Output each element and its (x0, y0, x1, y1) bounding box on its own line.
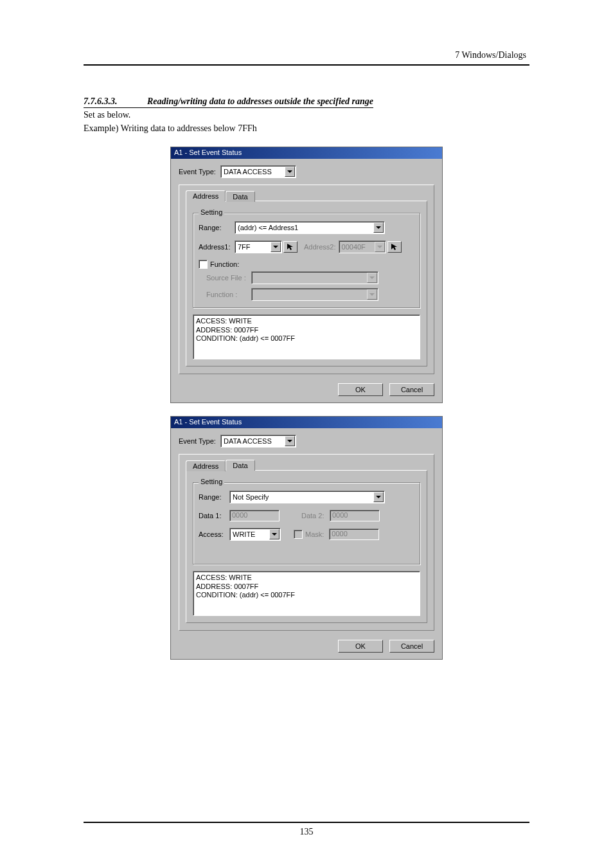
chevron-down-icon[interactable] (373, 222, 384, 233)
chevron-down-icon (367, 273, 377, 283)
access-dropdown[interactable]: WRITE (229, 528, 281, 541)
status-readout: ACCESS: WRITE ADDRESS: 0007FF CONDITION:… (193, 314, 420, 359)
event-type-dropdown[interactable]: DATA ACCESS (220, 435, 296, 448)
section-title: Reading/writing data to addresses outsid… (147, 96, 373, 106)
pointer-icon (390, 242, 399, 251)
chevron-down-icon[interactable] (373, 492, 384, 502)
tab-data[interactable]: Data (226, 191, 254, 202)
tab-strip: Address Data (186, 460, 427, 471)
function-label: Function : (206, 291, 251, 298)
section-number: 7.7.6.3.3. (84, 96, 145, 107)
range-dropdown[interactable]: Not Specify (229, 491, 385, 503)
chevron-down-icon[interactable] (269, 529, 280, 539)
dialog-data: A1 - Set Event Status Event Type: DATA A… (170, 416, 443, 660)
function-dropdown (251, 288, 378, 301)
groupbox-title: Setting (199, 478, 224, 485)
tab-data[interactable]: Data (226, 460, 254, 471)
tab-content-data: Setting Range: Not Specify Data (186, 470, 427, 623)
tab-address[interactable]: Address (186, 190, 226, 201)
dialog-titlebar: A1 - Set Event Status (171, 147, 442, 159)
pointer-icon (286, 242, 295, 251)
source-file-dropdown (251, 271, 378, 284)
range-label: Range: (199, 493, 229, 501)
setting-groupbox: Setting Range: Not Specify Data (193, 482, 420, 565)
tab-strip: Address Data (186, 190, 427, 201)
address2-label: Address2: (304, 243, 336, 251)
setting-groupbox: Setting Range: (addr) <= Address1 (193, 213, 420, 308)
chevron-down-icon[interactable] (271, 242, 281, 252)
ok-button[interactable]: OK (338, 383, 383, 396)
status-readout: ACCESS: WRITE ADDRESS: 0007FF CONDITION:… (193, 571, 420, 616)
access-label: Access: (199, 530, 229, 538)
event-type-label: Event Type: (179, 168, 220, 176)
page-number: 135 (0, 827, 613, 837)
running-header: 7 Windows/Dialogs (455, 50, 526, 60)
function-checkbox-label: Function: (210, 260, 239, 268)
cancel-button[interactable]: Cancel (389, 640, 434, 653)
cancel-button[interactable]: Cancel (389, 383, 434, 396)
footer-rule (84, 822, 529, 823)
dialog-title: A1 - Set Event Status (174, 149, 242, 156)
dialog-title: A1 - Set Event Status (174, 418, 242, 426)
event-type-dropdown[interactable]: DATA ACCESS (220, 165, 296, 178)
address2-dropdown: 00040F (339, 240, 386, 253)
chevron-down-icon (375, 242, 385, 252)
body-line-2: Example) Writing data to addresses below… (84, 123, 529, 135)
range-label: Range: (199, 224, 235, 231)
dialog-address: A1 - Set Event Status Event Type: DATA A… (170, 147, 443, 403)
event-type-label: Event Type: (179, 437, 220, 445)
range-value: (addr) <= Address1 (235, 224, 373, 231)
body-line-1: Set as below. (84, 109, 529, 122)
tab-panel: Address Data Setting Range: (addr) <= Ad… (179, 185, 434, 374)
data2-label: Data 2: (301, 512, 330, 520)
ok-label: OK (355, 642, 366, 650)
cancel-label: Cancel (401, 386, 423, 393)
cancel-label: Cancel (401, 642, 423, 650)
source-file-label: Source File : (206, 274, 251, 282)
mask-field: 0000 (329, 529, 379, 540)
data2-field: 0000 (330, 510, 380, 521)
header-rule (84, 64, 529, 66)
tab-address[interactable]: Address (186, 460, 226, 471)
range-dropdown[interactable]: (addr) <= Address1 (235, 221, 385, 234)
chevron-down-icon[interactable] (285, 436, 295, 446)
mask-label: Mask: (305, 530, 324, 538)
address1-dropdown[interactable]: 7FF (235, 240, 282, 253)
section-heading: 7.7.6.3.3. Reading/writing data to addre… (84, 95, 373, 108)
ok-label: OK (355, 386, 366, 393)
dialog-titlebar: A1 - Set Event Status (171, 417, 442, 428)
event-type-value: DATA ACCESS (221, 168, 285, 176)
data1-label: Data 1: (199, 512, 229, 520)
address1-value: 7FF (235, 243, 271, 251)
function-checkbox[interactable] (199, 260, 208, 269)
data1-field: 0000 (229, 510, 280, 521)
chevron-down-icon (367, 289, 377, 300)
tab-panel: Address Data Setting Range: Not Specify (179, 454, 434, 631)
address2-pick-button[interactable] (387, 241, 402, 253)
address1-label: Address1: (199, 243, 235, 251)
address2-value: 00040F (339, 243, 375, 251)
access-value: WRITE (230, 530, 269, 538)
groupbox-title: Setting (199, 208, 224, 216)
address1-pick-button[interactable] (283, 241, 298, 253)
mask-checkbox (294, 530, 303, 539)
tab-content-address: Setting Range: (addr) <= Address1 (186, 201, 427, 366)
chevron-down-icon[interactable] (285, 167, 295, 177)
range-value: Not Specify (230, 493, 373, 501)
ok-button[interactable]: OK (338, 640, 383, 653)
event-type-value: DATA ACCESS (221, 437, 285, 445)
